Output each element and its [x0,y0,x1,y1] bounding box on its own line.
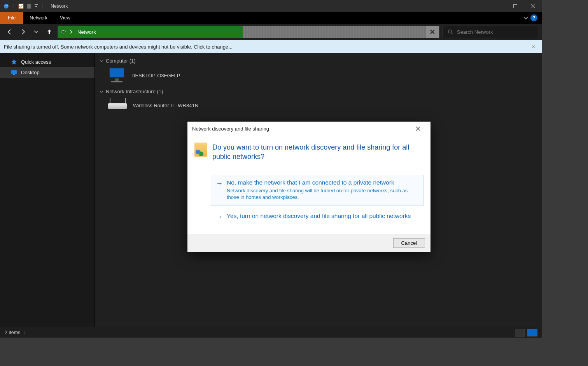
dialog-titlebar: Network discovery and file sharing [187,122,430,136]
history-dropdown[interactable] [31,26,41,37]
help-icon[interactable]: ? [530,14,537,21]
address-bar[interactable]: Network [58,26,439,38]
chevron-right-icon[interactable] [70,30,73,34]
svg-rect-10 [13,74,15,75]
status-count: 2 items [5,330,20,335]
svg-rect-9 [11,70,17,74]
address-crumb-area[interactable]: Network [58,26,243,38]
option-title: Yes, turn on network discovery and file … [227,213,411,220]
view-icons-button[interactable] [527,329,537,336]
item-label: Wireless Router TL-WR841N [133,103,198,108]
search-icon [448,29,453,35]
item-label: DESKTOP-O3FGFLP [131,73,180,78]
address-stop-icon[interactable] [426,26,439,38]
svg-point-0 [4,4,9,9]
qat-icon-2[interactable] [26,3,32,9]
titlebar: | | Network [0,0,542,12]
dialog-headline: Do you want to turn on network discovery… [212,143,424,162]
router-icon [107,98,128,112]
svg-rect-4 [495,6,499,6]
ribbon-tabs: File Network View ? [0,12,542,24]
maximize-button[interactable] [506,0,524,12]
info-banner[interactable]: File sharing is turned off. Some network… [0,40,542,53]
group-header-label: Network Infrastructure (1) [106,89,163,94]
dialog-header-icon [194,143,207,157]
dialog-network-discovery: Network discovery and file sharing Do yo… [187,122,430,252]
status-bar: 2 items | [0,327,542,338]
forward-button[interactable] [18,26,28,37]
view-details-button[interactable] [515,329,525,336]
cancel-button[interactable]: Cancel [393,238,425,248]
banner-text: File sharing is turned off. Some network… [4,44,233,50]
address-progress [243,26,426,38]
qat-dropdown-icon[interactable] [35,4,38,8]
dialog-close-button[interactable] [410,123,426,134]
group-header-label: Computer (1) [106,58,136,64]
option-title: No, make the network that I am connected… [227,179,418,186]
sidebar-item-label: Desktop [21,70,40,75]
ribbon-collapse-icon[interactable] [523,16,528,20]
sidebar-item-label: Quick access [21,59,51,65]
sidebar: Quick access Desktop [0,53,95,327]
sidebar-item-quick-access[interactable]: Quick access [0,56,94,67]
app-icon [3,3,9,9]
arrow-right-icon: → [216,180,223,201]
address-crumb[interactable]: Network [76,29,98,35]
nav-row: Network Search Network [0,24,542,40]
group-header-infrastructure[interactable]: Network Infrastructure (1) [98,87,539,96]
up-button[interactable] [44,26,54,37]
desktop-icon [11,70,17,75]
svg-line-8 [451,33,453,34]
option-private-network[interactable]: → No, make the network that I am connect… [211,175,424,206]
list-item-router[interactable]: Wireless Router TL-WR841N [98,96,539,116]
network-icon [60,29,66,35]
svg-rect-2 [27,4,31,9]
chevron-down-icon [100,90,103,94]
group-header-computer[interactable]: Computer (1) [98,56,539,65]
minimize-button[interactable] [488,0,506,12]
list-item-computer[interactable]: DESKTOP-O3FGFLP [98,65,539,87]
svg-point-7 [448,30,452,33]
close-button[interactable] [524,0,542,12]
arrow-right-icon: → [216,213,223,220]
svg-rect-5 [514,4,517,8]
tab-network[interactable]: Network [23,12,54,24]
file-tab[interactable]: File [0,12,23,24]
star-icon [11,59,17,65]
chevron-down-icon [100,59,103,63]
svg-rect-3 [35,4,38,5]
tab-view[interactable]: View [54,12,77,24]
qat-icon-1[interactable] [18,3,24,9]
search-placeholder: Search Network [457,29,493,35]
sidebar-item-desktop[interactable]: Desktop [0,67,94,78]
back-button[interactable] [5,26,15,37]
explorer-window: | | Network File [0,0,542,338]
computer-icon [107,68,126,83]
dialog-title: Network discovery and file sharing [192,126,269,132]
window-title: Network [51,3,68,9]
option-subtitle: Network discovery and file sharing will … [227,187,418,201]
banner-close-icon[interactable]: × [529,44,538,50]
option-public-network[interactable]: → Yes, turn on network discovery and fil… [211,208,424,225]
search-input[interactable]: Search Network [443,26,539,38]
